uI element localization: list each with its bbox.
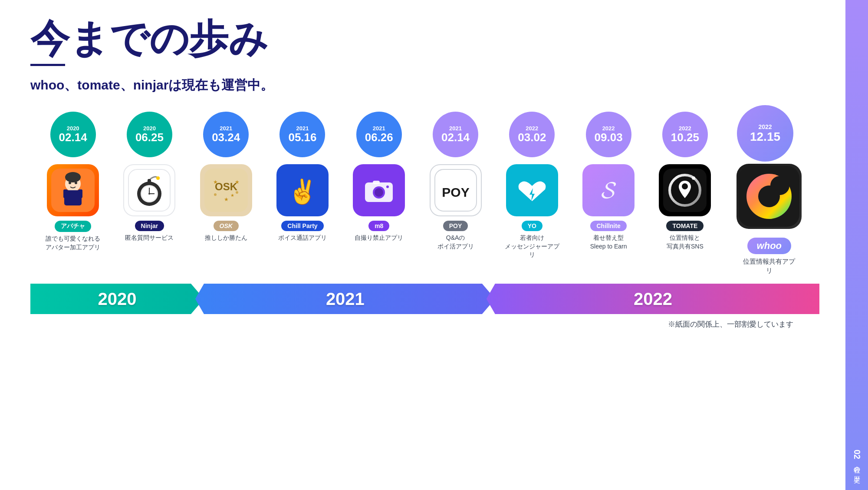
app-name-poy: Q&Aのポイ活アプリ [437,234,474,251]
app-icon-poy: POY [430,164,482,216]
svg-point-33 [386,185,389,188]
date-badge-yo: 2022 03.02 [509,112,555,157]
svg-point-25 [236,191,238,194]
year-section-2022: 2022 [487,284,819,314]
svg-rect-32 [373,181,380,184]
app-col-chillnite: 2022 09.03 𝓢 [570,112,647,251]
app-icon-avatcha [47,164,99,216]
app-icon-chillnite: 𝓢 [582,164,635,216]
app-icon-whoo [736,164,802,229]
year-section-2021: 2021 [195,284,495,314]
right-sidebar: 02 会社の歴史 [845,0,868,490]
app-col-ninjar: 2020 06.25 [111,112,187,242]
date-badge-poy: 2021 02.14 [433,112,478,157]
app-icon-chillparty: ✌️ [276,164,329,216]
svg-point-16 [148,193,150,195]
svg-text:✌️: ✌️ [287,178,317,206]
app-icon-tomate [659,164,711,216]
svg-point-43 [682,183,688,189]
svg-rect-6 [63,189,68,198]
app-col-whoo: whoo 位置情報共有アプリ [723,112,815,275]
svg-point-24 [214,193,217,196]
app-icon-m8 [353,164,405,216]
svg-point-45 [693,177,695,179]
svg-rect-11 [148,179,151,185]
app-label-m8: m8 [368,221,389,231]
sidebar-text: 会社の歴史 [853,461,861,473]
app-label-chillnite: Chillnite [590,221,626,231]
svg-text:𝓢: 𝓢 [601,176,616,203]
app-name-osk: 推ししか勝たん [205,234,247,242]
date-badge-ninjar: 2020 06.25 [127,112,172,157]
app-col-yo: 2022 03.02 YO 若者向けメッセンジャーアプリ [494,112,570,259]
svg-rect-7 [78,189,82,198]
app-label-ninjar: Ninjar [135,221,164,231]
page-title: 今までの歩み [30,17,819,60]
main-content: 今までの歩み whoo、tomate、ninjarは現在も運営中。 2022 1… [0,0,845,490]
svg-text:★: ★ [213,179,218,185]
svg-point-49 [770,176,789,195]
footnote: ※紙面の関係上、一部割愛しています [30,319,819,329]
app-col-osk: 2021 03.24 OSK ★ ★ ★ ★ [188,112,264,242]
app-name-whoo: 位置情報共有アプリ [741,257,797,275]
app-icon-yo [506,164,558,216]
app-label-chillparty: Chill Party [281,221,323,231]
svg-point-5 [65,172,81,182]
app-name-avatcha: 誰でも可愛くなれるアバター加工アプリ [46,235,100,252]
app-col-m8: 2021 06.26 m8 自撮り禁止アプリ [341,112,417,242]
app-col-poy: 2021 02.14 POY POY Q&Aのポイ活アプリ [417,112,493,251]
app-name-tomate: 位置情報と写真共有SNS [667,234,704,251]
app-label-tomate: TOMATE [666,221,704,231]
date-badge-chillparty: 2021 05.16 [279,112,325,157]
svg-text:POY: POY [442,185,469,199]
app-name-yo: 若者向けメッセンジャーアプリ [504,234,560,259]
date-badge-avatcha: 2020 02.14 [50,112,96,157]
app-col-avatcha: 2020 02.14 [35,112,111,252]
svg-point-17 [156,176,160,180]
svg-point-50 [780,185,784,190]
svg-text:★: ★ [224,196,229,202]
apps-container: 2020 02.14 [30,112,819,275]
app-icon-ninjar [123,164,175,216]
app-name-m8: 自撮り禁止アプリ [355,234,403,242]
app-name-chillparty: ボイス通話アプリ [278,234,327,242]
year-label-2022: 2022 [634,289,672,309]
app-label-avatcha: アバチャ [55,221,91,232]
svg-point-31 [375,188,383,197]
app-icon-osk: OSK ★ ★ ★ ★ [200,164,252,216]
svg-point-52 [786,186,789,189]
date-badge-m8: 2021 06.26 [356,112,402,157]
date-badge-chillnite: 2022 09.03 [586,112,631,157]
app-name-ninjar: 匿名質問サービス [125,234,174,242]
svg-text:★: ★ [230,193,234,198]
date-badge-tomate: 2022 10.25 [662,112,708,157]
title-underline [30,64,65,66]
app-label-osk: OSK [214,221,239,231]
app-name-chillnite: 着せ替え型Sleep to Earn [590,234,627,251]
year-section-2020: 2020 [30,284,204,314]
app-label-whoo: whoo [747,238,791,254]
app-label-yo: YO [522,221,542,231]
app-col-tomate: 2022 10.25 [647,112,723,251]
subtitle: whoo、tomate、ninjarは現在も運営中。 [30,76,819,94]
year-banner: 2020 2021 2022 [30,284,819,314]
date-badge-osk: 2021 03.24 [203,112,249,157]
svg-text:★: ★ [235,179,240,185]
year-label-2021: 2021 [326,289,365,309]
svg-text:OSK: OSK [215,181,238,192]
app-col-chillparty: 2021 05.16 ✌️ Chill Party ボイス通話アプリ [264,112,341,242]
sidebar-number: 02 [852,450,862,459]
svg-point-51 [783,182,786,185]
timeline-area: 2022 12.15 2020 02.14 [30,112,819,329]
app-label-poy: POY [443,221,468,231]
year-label-2020: 2020 [98,289,136,309]
